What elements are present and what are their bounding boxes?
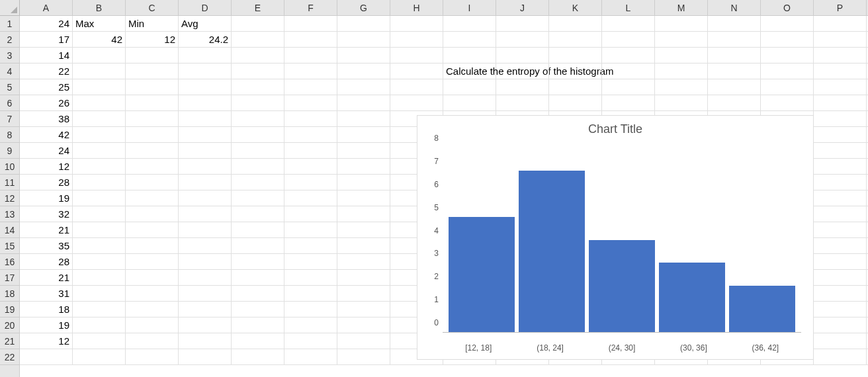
row-header-6[interactable]: 6 [0, 95, 19, 111]
cell-A9[interactable]: 24 [20, 143, 73, 158]
cell-J3[interactable] [496, 48, 549, 63]
cell-O5[interactable] [761, 79, 814, 95]
cell-D19[interactable] [179, 302, 232, 317]
cell-E15[interactable] [232, 238, 284, 253]
cell-D8[interactable] [179, 127, 232, 142]
cell-D7[interactable] [179, 111, 232, 126]
cell-A3[interactable]: 14 [20, 48, 73, 63]
cell-L1[interactable] [602, 16, 655, 31]
cell-J4[interactable] [496, 63, 549, 79]
cell-G10[interactable] [337, 159, 390, 174]
cell-D3[interactable] [179, 48, 232, 63]
cell-A8[interactable]: 42 [20, 127, 73, 142]
row-header-16[interactable]: 16 [0, 254, 19, 270]
cell-E3[interactable] [232, 48, 284, 63]
cell-G5[interactable] [337, 79, 390, 95]
cell-G2[interactable] [337, 32, 390, 47]
cell-P21[interactable] [814, 333, 867, 349]
cell-C10[interactable] [126, 159, 179, 174]
cell-B2[interactable]: 42 [73, 32, 126, 47]
cell-A13[interactable]: 32 [20, 206, 73, 222]
cell-A5[interactable]: 25 [20, 79, 73, 95]
row-header-4[interactable]: 4 [0, 63, 19, 79]
cell-G16[interactable] [337, 254, 390, 269]
cell-F4[interactable] [284, 63, 337, 79]
cell-P3[interactable] [814, 48, 867, 63]
cell-E9[interactable] [232, 143, 284, 158]
cell-F10[interactable] [284, 159, 337, 174]
cell-B16[interactable] [73, 254, 126, 269]
cell-F3[interactable] [284, 48, 337, 63]
column-header-A[interactable]: A [20, 0, 73, 15]
cell-G19[interactable] [337, 302, 390, 317]
cell-D11[interactable] [179, 175, 232, 190]
cell-P1[interactable] [814, 16, 867, 31]
cell-N4[interactable] [708, 63, 761, 79]
cell-C11[interactable] [126, 175, 179, 190]
cell-J2[interactable] [496, 32, 549, 47]
cell-E11[interactable] [232, 175, 284, 190]
row-header-13[interactable]: 13 [0, 206, 19, 222]
cell-P22[interactable] [814, 349, 867, 364]
cell-P2[interactable] [814, 32, 867, 47]
column-header-G[interactable]: G [337, 0, 390, 15]
cell-F17[interactable] [284, 270, 337, 285]
column-header-L[interactable]: L [602, 0, 655, 15]
cell-D18[interactable] [179, 286, 232, 301]
chart-bar[interactable] [519, 171, 585, 332]
cell-C18[interactable] [126, 286, 179, 301]
cell-B1[interactable]: Max [73, 16, 126, 31]
cell-G18[interactable] [337, 286, 390, 301]
cell-B9[interactable] [73, 143, 126, 158]
cell-F9[interactable] [284, 143, 337, 158]
cell-F2[interactable] [284, 32, 337, 47]
cell-L3[interactable] [602, 48, 655, 63]
column-header-N[interactable]: N [708, 0, 761, 15]
cell-I3[interactable] [443, 48, 496, 63]
cell-I5[interactable] [443, 79, 496, 95]
cell-E13[interactable] [232, 206, 284, 222]
cell-A17[interactable]: 21 [20, 270, 73, 285]
cell-L5[interactable] [602, 79, 655, 95]
row-header-7[interactable]: 7 [0, 111, 19, 127]
cell-P11[interactable] [814, 175, 867, 190]
cell-D13[interactable] [179, 206, 232, 222]
cell-B12[interactable] [73, 190, 126, 206]
cell-P20[interactable] [814, 317, 867, 333]
column-header-C[interactable]: C [126, 0, 179, 15]
cell-G15[interactable] [337, 238, 390, 253]
cell-E16[interactable] [232, 254, 284, 269]
row-header-18[interactable]: 18 [0, 286, 19, 302]
cell-C9[interactable] [126, 143, 179, 158]
cell-C1[interactable]: Min [126, 16, 179, 31]
cell-A4[interactable]: 22 [20, 63, 73, 79]
cell-B5[interactable] [73, 79, 126, 95]
cell-M2[interactable] [655, 32, 708, 47]
cell-D16[interactable] [179, 254, 232, 269]
cell-C22[interactable] [126, 349, 179, 364]
cell-B14[interactable] [73, 222, 126, 237]
cell-A14[interactable]: 21 [20, 222, 73, 237]
cell-A1[interactable]: 24 [20, 16, 73, 31]
cell-A19[interactable]: 18 [20, 302, 73, 317]
cell-M5[interactable] [655, 79, 708, 95]
column-header-D[interactable]: D [179, 0, 232, 15]
column-header-M[interactable]: M [655, 0, 708, 15]
select-all-corner[interactable] [0, 0, 20, 16]
cell-J1[interactable] [496, 16, 549, 31]
cell-A15[interactable]: 35 [20, 238, 73, 253]
cell-G3[interactable] [337, 48, 390, 63]
cells-area[interactable]: 24MaxMinAvg17421224.21422Calculate the e… [20, 16, 868, 377]
cell-K5[interactable] [549, 79, 602, 95]
cell-F14[interactable] [284, 222, 337, 237]
column-header-F[interactable]: F [284, 0, 337, 15]
cell-C6[interactable] [126, 95, 179, 110]
cell-H6[interactable] [390, 95, 443, 110]
cell-K6[interactable] [549, 95, 602, 110]
row-header-9[interactable]: 9 [0, 143, 19, 159]
row-header-14[interactable]: 14 [0, 222, 19, 238]
cell-N1[interactable] [708, 16, 761, 31]
cell-E2[interactable] [232, 32, 284, 47]
cell-J5[interactable] [496, 79, 549, 95]
cell-C8[interactable] [126, 127, 179, 142]
